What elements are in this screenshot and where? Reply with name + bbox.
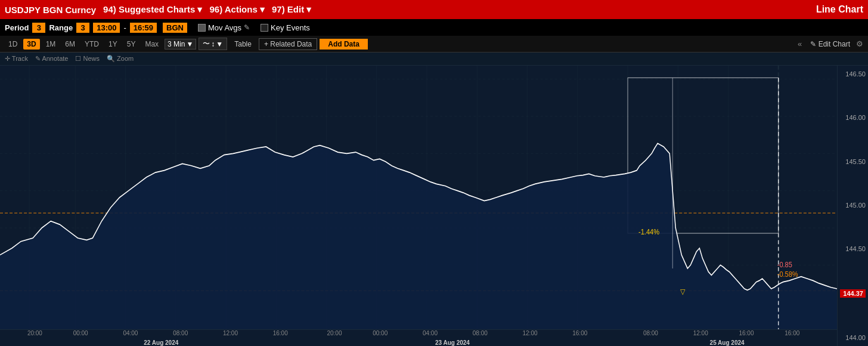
time-1600-2: 16:00 [572, 330, 587, 336]
btn-5y[interactable]: 5Y [123, 39, 140, 50]
key-events-checkbox[interactable] [261, 24, 268, 32]
interval-select[interactable]: 3 Min ▼ [165, 39, 196, 50]
news-btn[interactable]: ☐ News [75, 55, 100, 63]
time-axis: 20:00 00:00 04:00 08:00 12:00 16:00 22 A… [0, 329, 837, 346]
time-end[interactable]: 16:59 [130, 23, 157, 33]
price-146-50: 146.50 [840, 70, 866, 78]
annotate-btn[interactable]: ✎ Annotate [35, 55, 69, 63]
related-data-btn[interactable]: + Related Data [259, 38, 317, 50]
period-label: Period [5, 23, 29, 32]
btn-3d[interactable]: 3D [23, 39, 39, 50]
actions-btn[interactable]: 96) Actions ▾ [209, 4, 264, 15]
btn-ytd[interactable]: YTD [81, 39, 103, 50]
pencil-icon[interactable]: ✎ [244, 23, 250, 32]
key-events-group: Key Events [261, 23, 310, 32]
time-0400-2: 04:00 [423, 330, 438, 336]
time-2000: 20:00 [27, 330, 42, 336]
period-value[interactable]: 3 [32, 23, 45, 33]
sub-toolbar: ✛ Track ✎ Annotate ☐ News 🔍 Zoom [0, 52, 868, 66]
time-1600-1: 16:00 [273, 330, 288, 336]
chart-type-label: Line Chart [816, 4, 863, 15]
time-0800-2: 08:00 [473, 330, 488, 336]
toolbar-bar: 1D 3D 1M 6M YTD 1Y 5Y Max 3 Min ▼ 〜 ↕ ▼ … [0, 36, 868, 52]
btn-1d[interactable]: 1D [5, 39, 21, 50]
edit-chart-btn[interactable]: ✎ Edit Chart [807, 39, 854, 50]
range-value[interactable]: 3 [76, 23, 89, 33]
double-arrow-icon[interactable]: « [798, 39, 802, 48]
time-0800-3: 08:00 [643, 330, 658, 336]
price-145-50: 145.50 [840, 158, 866, 165]
zoom-btn[interactable]: 🔍 Zoom [107, 55, 134, 63]
svg-text:-0.85: -0.85 [777, 260, 793, 268]
price-axis: 146.50 146.00 145.50 145.00 144.50 144.3… [837, 66, 868, 346]
key-events-label: Key Events [271, 23, 310, 32]
edit-btn[interactable]: 97) Edit ▾ [272, 4, 311, 15]
chevron-down-icon: ▼ [186, 40, 193, 48]
time-separator: - [123, 23, 126, 32]
line-icon: 〜 [203, 39, 210, 49]
btn-1y[interactable]: 1Y [105, 39, 121, 50]
suggested-charts-btn[interactable]: 94) Suggested Charts ▾ [103, 4, 202, 15]
bar-icon: ↕ [211, 40, 215, 48]
time-0000-1: 00:00 [73, 330, 88, 336]
time-0800-1: 08:00 [173, 330, 188, 336]
btn-1m[interactable]: 1M [42, 39, 60, 50]
add-data-btn[interactable]: Add Data [320, 39, 368, 50]
time-1600-4: 16:00 [785, 330, 799, 336]
mov-avgs-group: Mov Avgs ✎ [198, 23, 250, 32]
time-0000-2: 00:00 [373, 330, 388, 336]
mov-avgs-label: Mov Avgs [208, 23, 241, 32]
date-22aug: 22 Aug 2024 [144, 339, 178, 346]
time-0400-1: 04:00 [123, 330, 138, 336]
track-btn[interactable]: ✛ Track [5, 55, 28, 63]
interval-label: 3 Min [168, 40, 185, 48]
range-label: Range [49, 23, 73, 32]
time-2000-2: 20:00 [327, 330, 342, 336]
time-1600-3: 16:00 [739, 330, 754, 336]
svg-text:-0.58%: -0.58% [777, 270, 798, 278]
svg-text:▽: ▽ [680, 287, 686, 295]
svg-text:-1.44%: -1.44% [638, 228, 659, 236]
top-bar: USDJPY BGN Curncy 94) Suggested Charts ▾… [0, 0, 868, 19]
chart-type-select[interactable]: 〜 ↕ ▼ [199, 38, 227, 50]
btn-max[interactable]: Max [141, 39, 162, 50]
bgn-badge[interactable]: BGN [163, 23, 187, 33]
time-1200-3: 12:00 [693, 330, 708, 336]
time-start[interactable]: 13:00 [93, 23, 120, 33]
price-144-50: 144.50 [840, 245, 866, 252]
chart-area: -1.44% ▽ -0.85 -0.58% 146.50 146.00 145.… [0, 66, 868, 346]
date-23aug: 23 Aug 2024 [435, 339, 470, 346]
time-1200-2: 12:00 [523, 330, 538, 336]
time-1200-1: 12:00 [223, 330, 238, 336]
settings-icon[interactable]: ⚙ [856, 39, 863, 48]
period-bar: Period 3 Range 3 13:00 - 16:59 BGN Mov A… [0, 19, 868, 36]
chart-svg-container: -1.44% ▽ -0.85 -0.58% [0, 66, 837, 329]
price-145-00: 145.00 [840, 202, 866, 209]
current-price: 144.37 [840, 289, 866, 298]
mov-avgs-checkbox[interactable] [198, 24, 206, 32]
price-144-00: 144.00 [840, 334, 866, 341]
chevron-down-icon2: ▼ [216, 40, 223, 48]
table-btn[interactable]: Table [230, 39, 256, 50]
price-146-00: 146.00 [840, 114, 866, 121]
ticker-label: USDJPY BGN Curncy [5, 5, 96, 15]
date-25aug: 25 Aug 2024 [710, 339, 745, 346]
btn-6m[interactable]: 6M [61, 39, 79, 50]
